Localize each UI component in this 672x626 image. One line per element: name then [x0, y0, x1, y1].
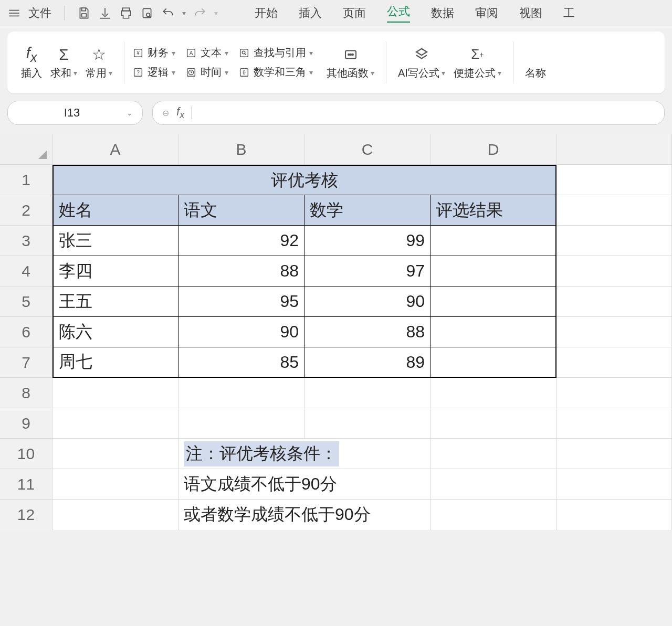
- cell-A11[interactable]: [52, 469, 178, 500]
- cell-C4[interactable]: 97: [304, 256, 430, 287]
- cell-C8[interactable]: [304, 378, 430, 408]
- cell-D9[interactable]: [430, 408, 556, 439]
- undo-dropdown[interactable]: ▾: [182, 9, 186, 17]
- cancel-formula-icon[interactable]: ⊖: [162, 108, 169, 118]
- redo-icon[interactable]: [193, 6, 207, 20]
- cell-A4[interactable]: 李四: [52, 256, 178, 287]
- cell-C5[interactable]: 90: [304, 287, 430, 317]
- cell-A7[interactable]: 周七: [52, 347, 178, 378]
- cell-D12[interactable]: [430, 500, 556, 530]
- cell-C9[interactable]: [304, 408, 430, 439]
- cell-D4[interactable]: [430, 256, 556, 287]
- cell-C6[interactable]: 88: [304, 317, 430, 347]
- cell-A10[interactable]: [52, 439, 178, 469]
- time-button[interactable]: 时间▾: [185, 65, 228, 79]
- row-header-8[interactable]: 8: [0, 378, 52, 408]
- cell-D10[interactable]: [430, 439, 556, 469]
- row-header-10[interactable]: 10: [0, 439, 52, 469]
- cell-E5[interactable]: [556, 287, 672, 317]
- cell-B8[interactable]: [178, 378, 304, 408]
- cell-B6[interactable]: 90: [178, 317, 304, 347]
- name-manager-button[interactable]: 名称: [521, 45, 546, 80]
- cell-A9[interactable]: [52, 408, 178, 439]
- redo-dropdown[interactable]: ▾: [214, 9, 218, 17]
- export-icon[interactable]: [98, 6, 112, 20]
- cell-E11[interactable]: [556, 469, 672, 500]
- col-header-A[interactable]: A: [52, 134, 178, 165]
- ai-formula-button[interactable]: AI写公式▾: [394, 45, 449, 80]
- cell-B9[interactable]: [178, 408, 304, 439]
- cell-B3[interactable]: 92: [178, 226, 304, 256]
- cell-A3[interactable]: 张三: [52, 226, 178, 256]
- title-cell[interactable]: 评优考核: [52, 165, 556, 195]
- cell-B5[interactable]: 95: [178, 287, 304, 317]
- tab-view[interactable]: 视图: [519, 5, 542, 21]
- cell-E6[interactable]: [556, 317, 672, 347]
- other-functions-button[interactable]: 其他函数▾: [322, 45, 379, 80]
- preview-icon[interactable]: [140, 6, 154, 20]
- tab-review[interactable]: 审阅: [475, 5, 498, 21]
- row-header-9[interactable]: 9: [0, 408, 52, 439]
- formula-input[interactable]: ⊖ fx: [152, 101, 665, 125]
- cell-B4[interactable]: 88: [178, 256, 304, 287]
- tab-more[interactable]: 工: [563, 5, 575, 21]
- finance-button[interactable]: ¥ 财务▾: [132, 46, 175, 60]
- cell-E3[interactable]: [556, 226, 672, 256]
- cell-E8[interactable]: [556, 378, 672, 408]
- cell-E4[interactable]: [556, 256, 672, 287]
- cell-C7[interactable]: 89: [304, 347, 430, 378]
- row-header-4[interactable]: 4: [0, 256, 52, 287]
- hamburger-icon[interactable]: [7, 6, 21, 20]
- cell-E10[interactable]: [556, 439, 672, 469]
- name-box[interactable]: I13 ⌄: [7, 101, 143, 125]
- select-all-corner[interactable]: [0, 134, 52, 165]
- cell-A6[interactable]: 陈六: [52, 317, 178, 347]
- row-header-3[interactable]: 3: [0, 226, 52, 256]
- note-label-cell[interactable]: 注：评优考核条件：: [178, 439, 430, 469]
- cell-B7[interactable]: 85: [178, 347, 304, 378]
- row-header-5[interactable]: 5: [0, 287, 52, 317]
- tab-insert[interactable]: 插入: [299, 5, 322, 21]
- header-name[interactable]: 姓名: [52, 195, 178, 226]
- cell-E12[interactable]: [556, 500, 672, 530]
- row-header-1[interactable]: 1: [0, 165, 52, 195]
- row-header-12[interactable]: 12: [0, 500, 52, 530]
- header-result[interactable]: 评选结果: [430, 195, 556, 226]
- lookup-button[interactable]: 查找与引用▾: [238, 46, 313, 60]
- spreadsheet-grid[interactable]: A B C D 1 评优考核 2 姓名 语文 数学 评选结果 3 张三 92 9…: [0, 134, 672, 530]
- cell-D7[interactable]: [430, 347, 556, 378]
- cell-E9[interactable]: [556, 408, 672, 439]
- cell-D8[interactable]: [430, 378, 556, 408]
- undo-icon[interactable]: [161, 6, 175, 20]
- col-header-E[interactable]: [556, 134, 672, 165]
- file-menu[interactable]: 文件: [28, 5, 51, 21]
- namebox-dropdown-icon[interactable]: ⌄: [127, 109, 133, 117]
- row-header-2[interactable]: 2: [0, 195, 52, 226]
- header-chinese[interactable]: 语文: [178, 195, 304, 226]
- cell-E2[interactable]: [556, 195, 672, 226]
- tab-data[interactable]: 数据: [431, 5, 454, 21]
- cell-A5[interactable]: 王五: [52, 287, 178, 317]
- tab-start[interactable]: 开始: [255, 5, 278, 21]
- cell-D11[interactable]: [430, 469, 556, 500]
- sum-button[interactable]: Σ 求和▾: [46, 45, 81, 80]
- col-header-C[interactable]: C: [304, 134, 430, 165]
- col-header-B[interactable]: B: [178, 134, 304, 165]
- save-icon[interactable]: [77, 6, 91, 20]
- cell-E1[interactable]: [556, 165, 672, 195]
- note-line1-cell[interactable]: 语文成绩不低于90分: [178, 469, 430, 500]
- note-line2-cell[interactable]: 或者数学成绩不低于90分: [178, 500, 430, 530]
- cell-D3[interactable]: [430, 226, 556, 256]
- cell-A12[interactable]: [52, 500, 178, 530]
- fx-symbol-icon[interactable]: fx: [176, 105, 184, 121]
- cell-A8[interactable]: [52, 378, 178, 408]
- cell-D5[interactable]: [430, 287, 556, 317]
- row-header-6[interactable]: 6: [0, 317, 52, 347]
- math-button[interactable]: θ 数学和三角▾: [238, 65, 313, 79]
- cell-C3[interactable]: 99: [304, 226, 430, 256]
- col-header-D[interactable]: D: [430, 134, 556, 165]
- tab-formula[interactable]: 公式: [387, 4, 410, 23]
- header-math[interactable]: 数学: [304, 195, 430, 226]
- row-header-11[interactable]: 11: [0, 469, 52, 500]
- insert-function-button[interactable]: fx 插入: [17, 45, 46, 80]
